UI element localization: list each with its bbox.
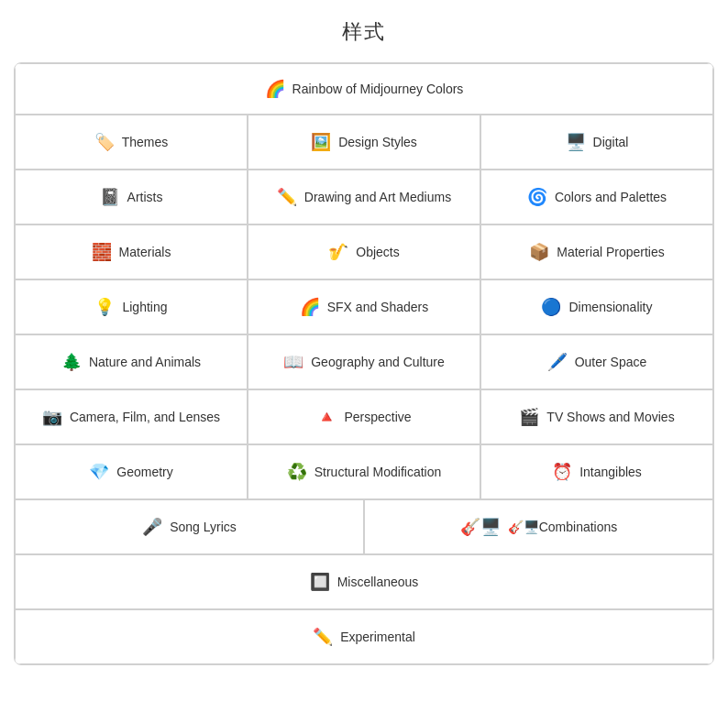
cell-dimensionality[interactable]: 🔵 Dimensionality (480, 279, 713, 334)
cell-geography-culture[interactable]: 📖 Geography and Culture (248, 334, 480, 389)
row-rainbow: 🌈 Rainbow of Midjourney Colors (15, 63, 713, 115)
sfx-label: SFX and Shaders (327, 300, 429, 314)
nature-icon: 🌲 (61, 352, 82, 372)
rainbow-label: Rainbow of Midjourney Colors (292, 82, 464, 96)
cell-outer-space[interactable]: 🖊️ Outer Space (480, 334, 713, 389)
combinations-icon: 🎸🖥️ (460, 517, 501, 537)
objects-label: Objects (356, 245, 399, 259)
cell-objects[interactable]: 🎷 Objects (248, 225, 480, 279)
experimental-icon: ✏️ (313, 627, 333, 647)
colors-icon: 🌀 (527, 187, 547, 207)
row-10: ✏️ Experimental (15, 609, 713, 664)
row-7: 💎 Geometry ♻️ Structural Modification ⏰ … (15, 444, 713, 499)
cell-experimental[interactable]: ✏️ Experimental (15, 609, 713, 664)
artists-label: Artists (127, 190, 163, 204)
camera-icon: 📷 (42, 407, 62, 427)
row-8: 🎤 Song Lyrics 🎸🖥️ 🎸🖥️Combinations (15, 499, 713, 554)
sfx-icon: 🌈 (300, 297, 320, 317)
structural-label: Structural Modification (314, 465, 442, 479)
cell-colors-palettes[interactable]: 🌀 Colors and Palettes (480, 170, 713, 225)
song-lyrics-label: Song Lyrics (170, 520, 237, 534)
row-5: 🌲 Nature and Animals 📖 Geography and Cul… (15, 334, 713, 389)
digital-icon: 🖥️ (566, 132, 586, 152)
digital-label: Digital (593, 135, 629, 149)
geometry-icon: 💎 (89, 462, 109, 482)
themes-label: Themes (122, 135, 169, 149)
dimensionality-label: Dimensionality (568, 300, 652, 314)
material-properties-label: Material Properties (557, 245, 665, 259)
cell-digital[interactable]: 🖥️ Digital (480, 115, 713, 170)
row-4: 💡 Lighting 🌈 SFX and Shaders 🔵 Dimension… (15, 279, 713, 334)
song-lyrics-icon: 🎤 (142, 517, 162, 537)
outer-space-label: Outer Space (575, 355, 647, 369)
geography-label: Geography and Culture (311, 355, 445, 369)
objects-icon: 🎷 (328, 242, 348, 262)
nature-label: Nature and Animals (89, 355, 201, 369)
intangibles-icon: ⏰ (552, 462, 572, 482)
cell-material-properties[interactable]: 📦 Material Properties (480, 225, 713, 279)
lighting-icon: 💡 (94, 297, 115, 317)
cell-geometry[interactable]: 💎 Geometry (15, 444, 248, 499)
tv-icon: 🎬 (519, 407, 539, 427)
geometry-label: Geometry (116, 465, 172, 479)
row-2: 📓 Artists ✏️ Drawing and Art Mediums 🌀 C… (15, 170, 713, 225)
cell-themes[interactable]: 🏷️ Themes (15, 115, 248, 170)
miscellaneous-label: Miscellaneous (337, 575, 419, 589)
experimental-label: Experimental (340, 630, 415, 644)
cell-artists[interactable]: 📓 Artists (15, 170, 248, 225)
intangibles-label: Intangibles (579, 465, 642, 479)
design-styles-icon: 🖼️ (311, 132, 331, 152)
perspective-icon: 🔺 (316, 407, 336, 427)
row-6: 📷 Camera, Film, and Lenses 🔺 Perspective… (15, 389, 713, 444)
row-3: 🧱 Materials 🎷 Objects 📦 Material Propert… (15, 225, 713, 279)
dimensionality-icon: 🔵 (541, 297, 561, 317)
cell-structural-modification[interactable]: ♻️ Structural Modification (248, 444, 480, 499)
cell-perspective[interactable]: 🔺 Perspective (248, 389, 480, 444)
cell-lighting[interactable]: 💡 Lighting (15, 279, 248, 334)
drawing-label: Drawing and Art Mediums (304, 190, 451, 204)
cell-design-styles[interactable]: 🖼️ Design Styles (248, 115, 480, 170)
row-9: 🔲 Miscellaneous (15, 554, 713, 609)
cell-rainbow-colors[interactable]: 🌈 Rainbow of Midjourney Colors (15, 63, 713, 115)
colors-label: Colors and Palettes (555, 190, 667, 204)
cell-intangibles[interactable]: ⏰ Intangibles (480, 444, 713, 499)
themes-icon: 🏷️ (94, 132, 115, 152)
camera-label: Camera, Film, and Lenses (70, 410, 220, 424)
rainbow-icon: 🌈 (265, 79, 285, 99)
page-title: 样式 (342, 18, 386, 46)
miscellaneous-icon: 🔲 (310, 572, 330, 592)
outer-space-icon: 🖊️ (547, 352, 568, 372)
category-grid: 🌈 Rainbow of Midjourney Colors 🏷️ Themes… (14, 62, 714, 665)
cell-song-lyrics[interactable]: 🎤 Song Lyrics (15, 499, 364, 554)
design-styles-label: Design Styles (338, 135, 417, 149)
structural-icon: ♻️ (287, 462, 307, 482)
cell-miscellaneous[interactable]: 🔲 Miscellaneous (15, 554, 713, 609)
cell-camera-film-lenses[interactable]: 📷 Camera, Film, and Lenses (15, 389, 248, 444)
drawing-icon: ✏️ (277, 187, 297, 207)
materials-icon: 🧱 (92, 242, 112, 262)
cell-sfx-shaders[interactable]: 🌈 SFX and Shaders (248, 279, 480, 334)
cell-tv-shows-movies[interactable]: 🎬 TV Shows and Movies (480, 389, 713, 444)
combinations-label: 🎸🖥️Combinations (508, 520, 618, 534)
row-1: 🏷️ Themes 🖼️ Design Styles 🖥️ Digital (15, 115, 713, 170)
artists-icon: 📓 (100, 187, 120, 207)
cell-combinations[interactable]: 🎸🖥️ 🎸🖥️Combinations (364, 499, 713, 554)
geography-icon: 📖 (283, 352, 303, 372)
tv-label: TV Shows and Movies (546, 410, 674, 424)
cell-drawing-art-mediums[interactable]: ✏️ Drawing and Art Mediums (248, 170, 480, 225)
material-properties-icon: 📦 (529, 242, 549, 262)
materials-label: Materials (119, 245, 171, 259)
lighting-label: Lighting (122, 300, 167, 314)
cell-nature-animals[interactable]: 🌲 Nature and Animals (15, 334, 248, 389)
perspective-label: Perspective (344, 410, 411, 424)
cell-materials[interactable]: 🧱 Materials (15, 225, 248, 279)
